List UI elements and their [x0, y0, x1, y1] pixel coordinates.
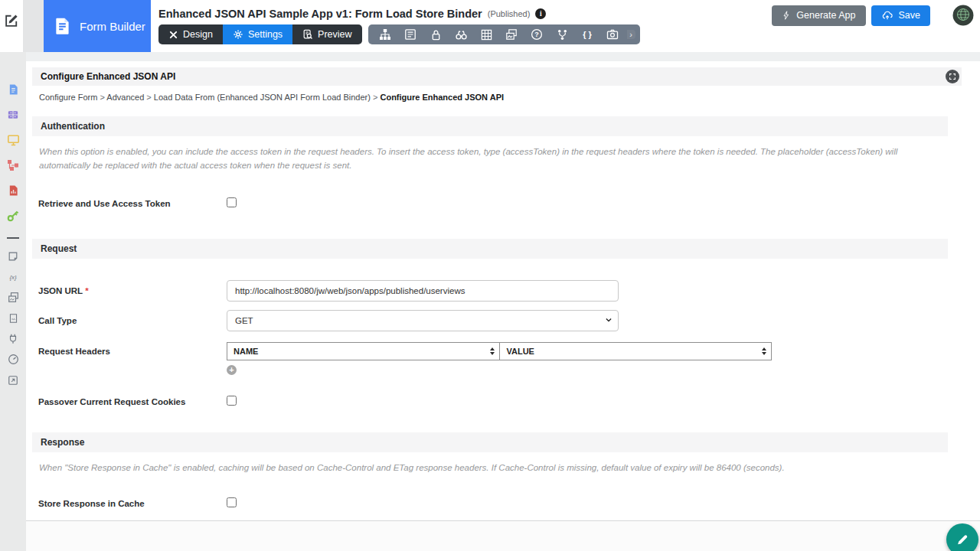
form-icon[interactable] [7, 83, 20, 96]
retrieve-token-label: Retrieve and Use Access Token [38, 199, 227, 208]
screenshot-icon[interactable] [600, 24, 626, 44]
breadcrumb-current: Configure Enhanced JSON API [380, 93, 504, 102]
breadcrumb-advanced[interactable]: Advanced [106, 93, 153, 102]
left-sidebar: {x} [0, 52, 26, 551]
cloud-upload-icon [881, 10, 893, 21]
builder-toolbar: ? { } [368, 24, 640, 44]
field-row-request-headers: Request Headers NAME VALUE [32, 342, 962, 375]
tab-design-label: Design [183, 29, 213, 40]
braces-icon[interactable]: { } [575, 24, 600, 44]
retrieve-token-checkbox[interactable] [227, 197, 237, 207]
permission-lock-icon[interactable] [423, 24, 449, 44]
field-row-passover-cookies: Passover Current Request Cookies [32, 395, 962, 409]
panel-title: Configure Enhanced JSON API [41, 71, 175, 82]
svg-text:{x}: {x} [9, 274, 17, 281]
brand-label: Form Builder [80, 20, 145, 33]
form-field-icon[interactable] [398, 24, 423, 44]
variables-icon[interactable]: {x} [7, 270, 20, 283]
report-icon[interactable] [7, 184, 20, 197]
notes-icon[interactable] [7, 249, 20, 262]
store-cache-label: Store Response in Cache [38, 499, 227, 508]
help-icon[interactable]: ? [524, 24, 550, 44]
save-button[interactable]: Save [871, 5, 931, 26]
sidebar-divider [7, 237, 19, 239]
breadcrumb: Configure FormAdvancedLoad Data From (En… [39, 93, 962, 102]
generate-app-button[interactable]: Generate App [772, 5, 865, 26]
pencil-icon [956, 533, 969, 546]
expand-icon[interactable] [946, 70, 959, 83]
media-icon[interactable] [7, 291, 20, 304]
multi-image-icon[interactable] [499, 24, 524, 44]
svg-text:{ }: { } [583, 30, 592, 39]
form-builder-brand[interactable]: Form Builder [44, 0, 151, 52]
passover-cookies-checkbox[interactable] [227, 396, 237, 406]
bolt-icon [782, 10, 791, 21]
plugin-icon[interactable] [7, 332, 20, 345]
header-col-name[interactable]: NAME [227, 342, 500, 360]
edit-fab-button[interactable] [946, 523, 978, 551]
add-row-icon[interactable]: + [227, 365, 237, 375]
section-authentication: Authentication [32, 116, 948, 136]
required-asterisk: * [85, 286, 88, 295]
tab-settings-label: Settings [248, 29, 283, 40]
json-tree-icon[interactable] [550, 24, 575, 44]
json-url-label: JSON URL * [38, 286, 227, 295]
json-url-input[interactable] [227, 280, 619, 302]
design-tools-icon [168, 30, 178, 40]
datalist-icon[interactable] [7, 108, 20, 121]
export-icon[interactable] [7, 373, 20, 386]
tab-preview-label: Preview [318, 29, 351, 40]
store-cache-checkbox[interactable] [227, 497, 237, 507]
section-response: Response [32, 432, 948, 452]
authentication-description: When this option is enabled, you can inc… [39, 145, 948, 173]
builder-mode-tabs: Design Settings [158, 24, 362, 44]
find-binoculars-icon[interactable] [449, 24, 474, 44]
field-row-call-type: Call Type GET [32, 310, 962, 331]
topbar-divider [23, 0, 44, 52]
field-row-store-cache: Store Response in Cache [32, 497, 962, 510]
sort-icon [762, 347, 766, 355]
more-chevron-icon[interactable]: › [627, 30, 635, 39]
svg-text:?: ? [534, 31, 539, 38]
col-value-label: VALUE [506, 347, 534, 356]
header-col-value[interactable]: VALUE [500, 342, 772, 360]
permission-key-icon[interactable] [7, 209, 20, 222]
call-type-label: Call Type [38, 316, 227, 325]
page-title: Enhanced JSON API Sample App v1: Form Lo… [158, 8, 482, 20]
field-row-retrieve-token: Retrieve and Use Access Token [32, 197, 962, 210]
col-name-label: NAME [234, 347, 258, 356]
user-avatar[interactable] [952, 5, 974, 26]
page-footer-area [26, 521, 980, 551]
performance-icon[interactable] [7, 353, 20, 366]
pages-icon[interactable] [7, 311, 20, 324]
gear-icon [233, 29, 243, 40]
tab-design[interactable]: Design [158, 24, 223, 44]
generate-app-label: Generate App [796, 10, 855, 21]
call-type-select[interactable]: GET [227, 310, 619, 331]
grid-icon[interactable] [474, 24, 499, 44]
passover-cookies-label: Passover Current Request Cookies [38, 397, 227, 406]
tab-preview[interactable]: Preview [292, 24, 361, 44]
response-description: When "Store Response in Cache" is enable… [39, 461, 948, 474]
sort-icon [490, 347, 495, 355]
compose-edit-icon[interactable] [4, 13, 19, 52]
info-icon[interactable]: i [535, 8, 546, 19]
configure-panel: Configure Enhanced JSON API Configure Fo… [26, 61, 980, 521]
request-headers-label: Request Headers [38, 347, 227, 356]
tab-settings[interactable]: Settings [223, 24, 292, 44]
userview-icon[interactable] [7, 133, 20, 146]
field-row-json-url: JSON URL * [32, 280, 962, 302]
breadcrumb-configure-form[interactable]: Configure Form [39, 93, 106, 102]
document-icon [53, 16, 73, 36]
save-label: Save [899, 10, 921, 21]
process-icon[interactable] [7, 158, 20, 171]
top-bar: Form Builder Enhanced JSON API Sample Ap… [0, 0, 980, 52]
sitemap-icon[interactable] [373, 24, 398, 44]
request-headers-table: NAME VALUE [227, 342, 772, 360]
preview-magnifier-icon [302, 29, 313, 40]
section-request: Request [32, 239, 948, 259]
published-badge: (Published) [488, 9, 531, 18]
json-url-label-text: JSON URL [38, 286, 83, 295]
breadcrumb-load-data-from[interactable]: Load Data From (Enhanced JSON API Form L… [154, 93, 381, 102]
